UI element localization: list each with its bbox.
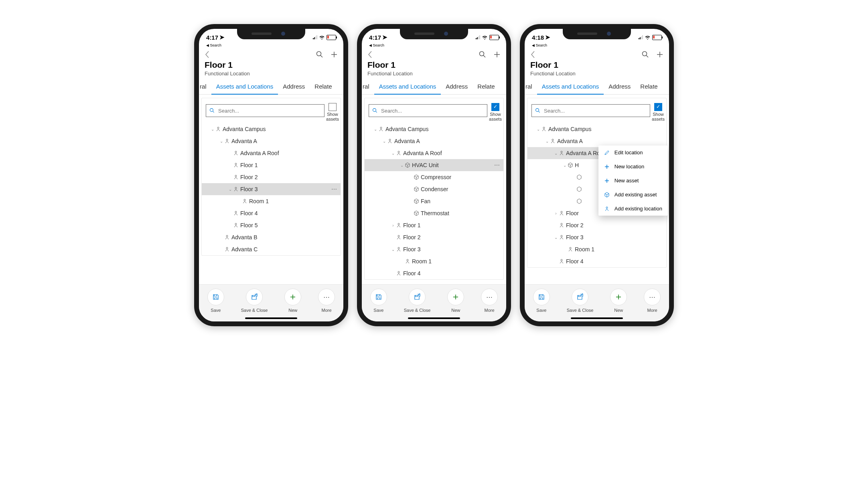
phone-notch	[563, 28, 631, 39]
location-icon	[378, 126, 385, 132]
more-button[interactable]: ⋯More	[318, 289, 335, 313]
menu-add-existing-location[interactable]: Add existing location	[598, 202, 668, 216]
tab-address[interactable]: Address	[278, 79, 310, 94]
location-tree: ⌄Advanta Campus ⌄Advanta A ⌄Advanta A Ro…	[365, 123, 503, 279]
plus-icon[interactable]	[656, 51, 663, 58]
tree-node[interactable]: Floor 2	[365, 231, 503, 243]
location-icon	[224, 246, 231, 252]
search-icon[interactable]	[479, 51, 486, 58]
back-chevron-icon[interactable]	[530, 51, 535, 59]
show-assets-toggle[interactable]: ✓ Showassets	[654, 103, 662, 118]
location-icon	[550, 138, 557, 144]
tab-related[interactable]: Relate	[473, 79, 499, 94]
search-icon[interactable]	[642, 51, 649, 58]
wifi-icon	[482, 35, 488, 40]
tree-node[interactable]: Floor 2	[527, 219, 666, 231]
tab-related[interactable]: Relate	[635, 79, 662, 94]
tree-node[interactable]: Floor 4	[365, 267, 503, 279]
tree-node[interactable]: Floor 2	[202, 171, 341, 183]
search-input[interactable]	[380, 107, 484, 114]
chevron-down-icon: ⌄	[562, 163, 568, 168]
tree-node[interactable]: Condenser	[365, 183, 503, 195]
tree-node[interactable]: Advanta B	[202, 231, 341, 243]
search-input[interactable]	[217, 107, 321, 114]
tree-node[interactable]: ⌄Advanta Campus	[527, 123, 666, 135]
tab-assets-locations[interactable]: Assets and Locations	[211, 79, 278, 95]
svg-point-45	[561, 223, 562, 225]
tree-node[interactable]: ⌄Advanta Campus	[365, 123, 503, 135]
tree-node[interactable]: Advanta C	[202, 243, 341, 255]
tree-node[interactable]: Room 1	[527, 243, 666, 255]
tree-node[interactable]: Advanta A Roof	[202, 147, 341, 159]
more-dots-icon[interactable]: ⋯	[331, 186, 337, 192]
tree-node[interactable]: ⌄Advanta A	[365, 135, 503, 147]
tree-node[interactable]: Floor 1	[202, 159, 341, 171]
menu-new-location[interactable]: New location	[598, 160, 668, 174]
menu-add-existing-asset[interactable]: Add existing asset	[598, 188, 668, 202]
tab-general[interactable]: ral	[362, 79, 374, 94]
tree-node-selected[interactable]: ⌄HVAC Unit⋯	[365, 159, 503, 171]
tab-address[interactable]: Address	[604, 79, 635, 94]
tree-node[interactable]: Floor 4	[527, 255, 666, 267]
new-button[interactable]: New	[447, 289, 464, 313]
tree-node[interactable]: ⌄Advanta A Roof	[365, 147, 503, 159]
svg-point-27	[398, 151, 400, 153]
save-button[interactable]: Save	[370, 289, 387, 313]
battery-icon	[327, 35, 336, 40]
plus-icon[interactable]	[331, 51, 338, 58]
tab-related[interactable]: Relate	[310, 79, 337, 94]
tab-general[interactable]: ral	[199, 79, 211, 94]
back-search-link[interactable]: ◀ Search	[525, 43, 669, 47]
content-panel: ✓ Showassets ⌄Advanta Campus ⌄Advanta A …	[364, 98, 504, 280]
location-icon	[568, 246, 575, 252]
search-box[interactable]	[206, 104, 324, 117]
new-button[interactable]: New	[284, 289, 301, 313]
tree-node[interactable]: ⌄Floor 3	[527, 231, 666, 243]
back-search-link[interactable]: ◀ Search	[199, 43, 343, 47]
home-indicator	[571, 317, 623, 319]
new-button[interactable]: New	[610, 289, 627, 313]
tab-assets-locations[interactable]: Assets and Locations	[374, 79, 441, 95]
tree-node[interactable]: ›Floor 1	[365, 219, 503, 231]
save-close-icon	[576, 293, 584, 301]
save-close-button[interactable]: Save & Close	[404, 289, 431, 313]
more-button[interactable]: ⋯More	[481, 289, 498, 313]
tree-node[interactable]: Floor 5	[202, 219, 341, 231]
phone-notch	[237, 28, 305, 39]
show-assets-toggle[interactable]: Showassets	[329, 103, 337, 118]
location-icon	[233, 222, 240, 228]
save-button[interactable]: Save	[207, 289, 224, 313]
tab-general[interactable]: ral	[525, 79, 537, 94]
save-button[interactable]: Save	[533, 289, 550, 313]
tree-node[interactable]: Room 1	[365, 255, 503, 267]
save-close-button[interactable]: Save & Close	[567, 289, 594, 313]
tab-address[interactable]: Address	[441, 79, 473, 94]
more-dots-icon[interactable]: ⋯	[494, 162, 500, 168]
phone-notch	[400, 28, 468, 39]
tab-assets-locations[interactable]: Assets and Locations	[537, 79, 604, 95]
menu-new-asset[interactable]: New asset	[598, 174, 668, 188]
back-chevron-icon[interactable]	[205, 51, 209, 59]
tree-node[interactable]: Thermostat	[365, 207, 503, 219]
more-button[interactable]: ⋯More	[644, 289, 661, 313]
tree-node[interactable]: Fan	[365, 195, 503, 207]
tree-node-selected[interactable]: ⌄Floor 3⋯	[202, 183, 341, 195]
tree-node[interactable]: Compressor	[365, 171, 503, 183]
tree-node[interactable]: Floor 4	[202, 207, 341, 219]
search-icon[interactable]	[316, 51, 323, 58]
menu-edit-location[interactable]: Edit location	[598, 145, 668, 160]
tree-node[interactable]: ⌄Advanta Campus	[202, 123, 341, 135]
save-close-button[interactable]: Save & Close	[241, 289, 268, 313]
tree-node[interactable]: ⌄Advanta A	[202, 135, 341, 147]
plus-icon[interactable]	[493, 51, 501, 58]
search-input[interactable]	[543, 107, 647, 114]
back-chevron-icon[interactable]	[367, 51, 372, 59]
battery-icon	[489, 35, 499, 40]
back-search-link[interactable]: ◀ Search	[362, 43, 506, 47]
tree-node[interactable]: ⌄Floor 3	[365, 243, 503, 255]
search-box[interactable]	[369, 104, 487, 117]
search-box[interactable]	[531, 104, 650, 117]
show-assets-toggle[interactable]: ✓ Showassets	[491, 103, 499, 118]
tree-node[interactable]: Room 1	[202, 195, 341, 207]
page-title: Floor 1	[205, 60, 338, 70]
